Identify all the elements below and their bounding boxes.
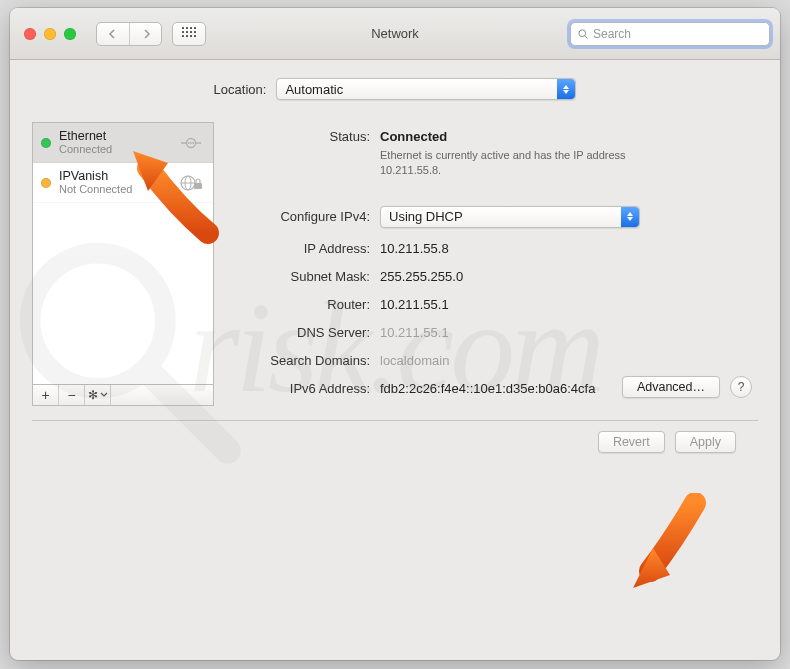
service-status: Not Connected [59,183,132,196]
svg-point-5 [192,142,194,144]
svg-rect-9 [194,183,202,189]
services-toolbar: + − ✻ [32,384,214,406]
status-value: Connected [380,126,680,144]
content-area: Location: Automatic Ethernet Connected [10,60,780,469]
chevron-down-icon [100,392,108,398]
advanced-button[interactable]: Advanced… [622,376,720,398]
services-list[interactable]: Ethernet Connected [32,122,214,384]
configure-ipv4-select[interactable]: Using DHCP [380,206,640,228]
svg-line-1 [585,35,588,38]
vpn-globe-lock-icon [177,173,205,193]
remove-service-button[interactable]: − [59,385,85,405]
help-button[interactable]: ? [730,376,752,398]
close-window-button[interactable] [24,28,36,40]
service-item-ipvanish[interactable]: IPVanish Not Connected [33,163,213,203]
location-label: Location: [214,82,267,97]
location-value: Automatic [285,82,343,97]
ipv6-address-label: IPv6 Address: [234,378,380,396]
svg-point-4 [190,142,192,144]
status-dot-connected-icon [41,138,51,148]
minimize-window-button[interactable] [44,28,56,40]
select-stepper-icon [557,79,575,99]
select-stepper-icon [621,207,639,227]
location-row: Location: Automatic [32,78,758,100]
subnet-mask-label: Subnet Mask: [234,266,380,284]
services-sidebar: Ethernet Connected [32,122,214,406]
apply-button[interactable]: Apply [675,431,736,453]
dns-server-label: DNS Server: [234,322,380,340]
annotation-arrow-advanced [605,493,725,603]
configure-ipv4-value: Using DHCP [389,209,463,224]
ip-address-value: 10.211.55.8 [380,238,449,256]
toolbar-spacer [111,385,213,405]
titlebar: Network [10,8,780,60]
status-label: Status: [234,126,380,144]
window-controls [24,28,76,40]
grid-icon [182,27,196,41]
network-preferences-window: Network Location: Automatic [10,8,780,660]
service-status: Connected [59,143,112,156]
service-name: Ethernet [59,129,112,143]
revert-button[interactable]: Revert [598,431,665,453]
back-button[interactable] [97,23,129,45]
ethernet-icon [177,133,205,153]
search-domains-label: Search Domains: [234,350,380,368]
subnet-mask-value: 255.255.255.0 [380,266,463,284]
svg-point-3 [188,142,190,144]
ip-address-label: IP Address: [234,238,380,256]
svg-point-0 [579,29,586,36]
service-item-ethernet[interactable]: Ethernet Connected [33,123,213,163]
service-detail: Status: Connected Ethernet is currently … [228,122,758,406]
search-domains-value: localdomain [380,350,449,368]
forward-button[interactable] [129,23,161,45]
status-description: Ethernet is currently active and has the… [380,148,680,178]
configure-ipv4-label: Configure IPv4: [234,206,380,224]
add-service-button[interactable]: + [33,385,59,405]
router-label: Router: [234,294,380,312]
panels: Ethernet Connected [32,122,758,406]
show-all-preferences-button[interactable] [172,22,206,46]
service-actions-menu[interactable]: ✻ [85,385,111,405]
router-value: 10.211.55.1 [380,294,449,312]
status-dot-not-connected-icon [41,178,51,188]
dns-server-value: 10.211.55.1 [380,322,449,340]
search-field-wrap[interactable] [570,22,770,46]
gear-icon: ✻ [88,388,98,402]
search-input[interactable] [593,27,763,41]
ipv6-address-value: fdb2:2c26:f4e4::10e1:d35e:b0a6:4cfa [380,378,595,396]
nav-back-forward [96,22,162,46]
zoom-window-button[interactable] [64,28,76,40]
location-select[interactable]: Automatic [276,78,576,100]
footer-buttons: Revert Apply [32,420,758,453]
search-icon [577,28,589,40]
service-name: IPVanish [59,169,132,183]
